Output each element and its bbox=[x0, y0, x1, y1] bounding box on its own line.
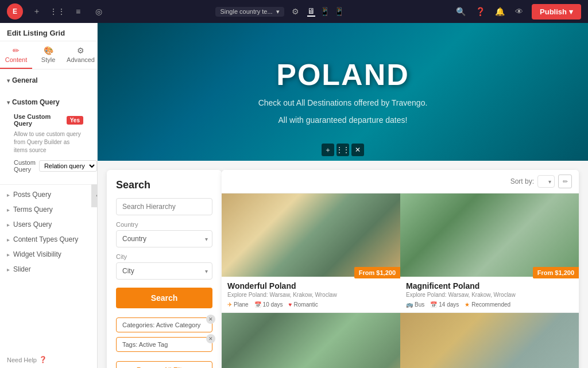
page-selector[interactable]: Single country te... ▾ bbox=[215, 7, 284, 17]
sidebar-item-posts-query[interactable]: Posts Query bbox=[0, 187, 97, 202]
top-bar: E ＋ ⋮⋮ ≡ ◎ Single country te... ▾ ⚙ 🖥 📱 … bbox=[0, 0, 588, 23]
card-2-meta: 🚌 Bus 📅 14 days ★ Reco bbox=[406, 301, 573, 308]
categories-filter-tag: Categories: Active Category ✕ bbox=[116, 317, 212, 332]
sort-select[interactable] bbox=[537, 175, 555, 188]
card-3-image bbox=[222, 313, 400, 368]
sidebar-item-users-query[interactable]: Users Query bbox=[0, 217, 97, 232]
tags-filter-label: Tags: Active Tag bbox=[122, 341, 168, 348]
card-1-subtitle: Explore Poland: Warsaw, Krakow, Wroclaw bbox=[227, 292, 394, 298]
listing-header: Sort by: ▾ ✏ bbox=[222, 170, 579, 193]
card-2-price: From $1,200 bbox=[533, 267, 579, 278]
card-1-meta: ✈ Plane 📅 10 days ♥ Rom bbox=[227, 301, 394, 308]
city-select[interactable]: City bbox=[116, 262, 212, 280]
need-help-link[interactable]: Need Help ❓ bbox=[0, 351, 97, 368]
listing-card-2[interactable]: From $1,200 Magnificent Poland Explore P… bbox=[400, 193, 579, 313]
search-panel: Search Country Country ▾ City City bbox=[107, 170, 222, 368]
sidebar-title: Edit Listing Grid bbox=[0, 23, 97, 41]
sidebar-item-terms-query[interactable]: Terms Query bbox=[0, 202, 97, 217]
sidebar-item-content-types-query[interactable]: Content Types Query bbox=[0, 232, 97, 247]
notifications-button[interactable]: 🔔 bbox=[493, 5, 506, 18]
block-add-button[interactable]: ＋ bbox=[322, 144, 334, 156]
help-button[interactable]: ❓ bbox=[473, 5, 487, 18]
card-1-image bbox=[222, 193, 400, 277]
country-select[interactable]: Country bbox=[116, 230, 212, 247]
tags-filter-tag: Tags: Active Tag ✕ bbox=[116, 337, 212, 352]
sidebar: Edit Listing Grid ✏ Content 🎨 Style ⚙ Ad… bbox=[0, 23, 98, 368]
card-1-duration: 📅 10 days bbox=[254, 301, 283, 308]
sidebar-item-widget-visibility[interactable]: Widget Visibility bbox=[0, 247, 97, 262]
top-bar-center: Single country te... ▾ ⚙ 🖥 📱 📱 bbox=[215, 5, 343, 18]
city-select-wrap: City ▾ bbox=[116, 262, 212, 280]
advanced-tab-icon: ⚙ bbox=[77, 46, 84, 55]
section-general: General bbox=[0, 69, 97, 91]
hero-title: POLAND bbox=[258, 57, 428, 92]
tab-advanced-label: Advanced bbox=[67, 56, 95, 63]
custom-query-section-title[interactable]: Custom Query bbox=[7, 96, 90, 109]
search-button[interactable]: Search bbox=[116, 288, 212, 308]
custom-query-row: Custom Query Relation query ▲ ▼ bbox=[14, 159, 83, 173]
tab-content[interactable]: ✏ Content bbox=[0, 41, 32, 69]
custom-query-description: Allow to use custom query from Query Bui… bbox=[14, 130, 83, 154]
users-query-label: Users Query bbox=[13, 220, 52, 228]
card-4-image bbox=[400, 313, 579, 368]
sidebar-item-slider[interactable]: Slider bbox=[0, 262, 97, 277]
slider-label: Slider bbox=[13, 265, 31, 273]
app-logo[interactable]: E bbox=[7, 3, 23, 20]
divider-1 bbox=[0, 184, 97, 185]
remove-all-filters-button[interactable]: Remove All Filters bbox=[116, 361, 212, 368]
publish-label: Publish bbox=[540, 7, 567, 16]
listing-edit-button[interactable]: ✏ bbox=[558, 175, 572, 188]
preview-button[interactable]: 👁 bbox=[512, 5, 526, 18]
card-1-tag-label: Romantic bbox=[294, 301, 318, 308]
categories-filter-close[interactable]: ✕ bbox=[206, 315, 215, 324]
tab-style[interactable]: 🎨 Style bbox=[32, 41, 64, 69]
sidebar-tabs: ✏ Content 🎨 Style ⚙ Advanced bbox=[0, 41, 97, 69]
publish-button[interactable]: Publish ▾ bbox=[532, 4, 581, 20]
custom-query-row-label: Custom Query bbox=[14, 159, 36, 173]
relation-query-select[interactable]: Relation query bbox=[39, 160, 97, 172]
city-label: City bbox=[116, 253, 212, 260]
card-1-price: From $1,200 bbox=[354, 267, 400, 278]
block-grid-button[interactable]: ⋮⋮ bbox=[336, 144, 349, 156]
mobile-icon[interactable]: 📱 bbox=[334, 7, 344, 16]
layers-button[interactable]: ≡ bbox=[71, 5, 85, 18]
card-2-title: Magnificent Poland bbox=[406, 281, 573, 290]
country-label: Country bbox=[116, 221, 212, 228]
tablet-icon[interactable]: 📱 bbox=[320, 7, 330, 16]
listing-grid: From $1,200 Wonderful Poland Explore Pol… bbox=[222, 193, 579, 368]
listing-panel: Sort by: ▾ ✏ From $1,2 bbox=[222, 170, 579, 368]
card-1-body: Wonderful Poland Explore Poland: Warsaw,… bbox=[222, 277, 400, 313]
terms-query-label: Terms Query bbox=[13, 206, 53, 214]
add-element-button[interactable]: ＋ bbox=[30, 5, 44, 18]
block-close-button[interactable]: ✕ bbox=[351, 144, 364, 156]
hero-subtitle-line2: All with guaranteed departure dates! bbox=[258, 114, 428, 126]
tab-content-label: Content bbox=[5, 56, 28, 63]
section-custom-query: Custom Query Use Custom Query Yes Allow … bbox=[0, 91, 97, 182]
card-2-tag-label: Recommended bbox=[471, 301, 510, 308]
listing-card-3[interactable]: From $900 bbox=[222, 313, 400, 368]
tab-advanced[interactable]: ⚙ Advanced bbox=[64, 41, 97, 69]
search-hierarchy-input[interactable] bbox=[116, 198, 212, 215]
grid-button[interactable]: ⋮⋮ bbox=[51, 5, 64, 18]
content-types-query-label: Content Types Query bbox=[13, 235, 78, 243]
listing-card-1[interactable]: From $1,200 Wonderful Poland Explore Pol… bbox=[222, 193, 400, 313]
search-button[interactable]: 🔍 bbox=[454, 5, 467, 18]
tags-filter-close[interactable]: ✕ bbox=[206, 334, 215, 343]
custom-query-toggle[interactable]: Yes bbox=[67, 116, 83, 125]
calendar-icon: 📅 bbox=[254, 301, 261, 308]
card-2-transport-label: Bus bbox=[415, 301, 424, 308]
search-title: Search bbox=[116, 179, 212, 191]
sort-label: Sort by: bbox=[510, 177, 534, 185]
general-section-title[interactable]: General bbox=[7, 74, 90, 87]
use-custom-query-label: Use Custom Query Yes bbox=[14, 113, 83, 127]
collapse-sidebar-button[interactable]: ‹ bbox=[91, 184, 98, 207]
sort-wrap: ▾ bbox=[537, 175, 555, 188]
device-icons: 🖥 📱 📱 bbox=[307, 6, 344, 17]
settings-gear-button[interactable]: ⚙ bbox=[289, 5, 303, 18]
desktop-icon[interactable]: 🖥 bbox=[307, 6, 315, 17]
hero-section: POLAND Check out All Destinations offere… bbox=[98, 23, 588, 161]
listing-card-4[interactable]: From $900 bbox=[400, 313, 579, 368]
chevron-down-icon: ▾ bbox=[569, 7, 573, 16]
posts-query-label: Posts Query bbox=[13, 191, 51, 199]
settings-button[interactable]: ◎ bbox=[92, 5, 106, 18]
